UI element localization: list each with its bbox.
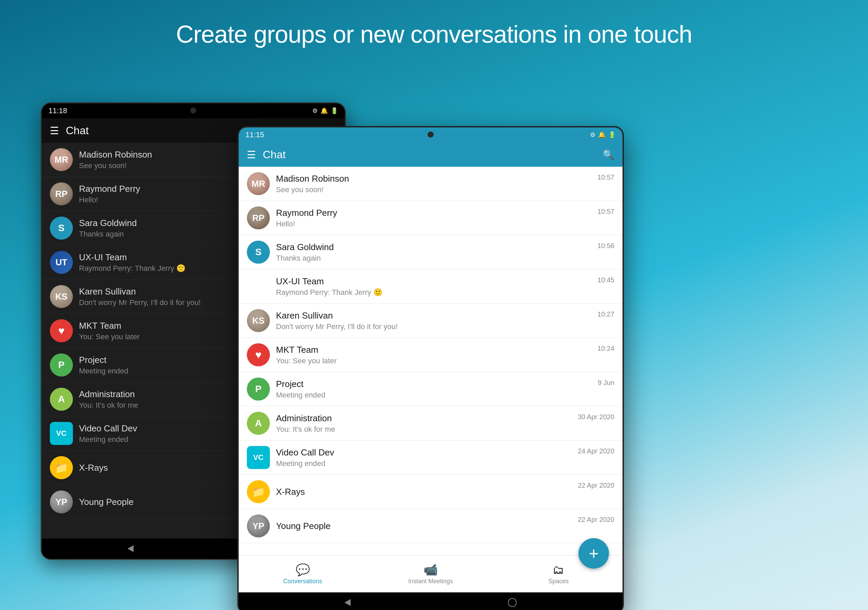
back-button-bg[interactable] bbox=[127, 545, 133, 552]
chat-name: Madison Robinson bbox=[276, 173, 591, 184]
status-time-fg: 11:15 bbox=[245, 130, 264, 139]
settings-icon-fg: ⚙ bbox=[590, 131, 595, 139]
conversations-icon: 💬 bbox=[296, 563, 310, 576]
notification-icon-bg: 🔔 bbox=[321, 107, 328, 115]
chat-item[interactable]: RPRaymond PerryHello!10:57 bbox=[239, 201, 623, 235]
home-bar-fg bbox=[239, 592, 623, 610]
chat-name: Administration bbox=[276, 413, 572, 424]
instant-meetings-icon: 📹 bbox=[423, 563, 438, 576]
fab-button[interactable]: + bbox=[578, 538, 609, 569]
chat-name: Young People bbox=[276, 521, 572, 531]
nav-conversations[interactable]: 💬 Conversations bbox=[239, 563, 367, 585]
tablets-wrapper: 11:18 ⚙ 🔔 🔋 ☰ Chat MRMadison RobinsonSee… bbox=[0, 82, 868, 607]
chat-preview: Meeting ended bbox=[276, 391, 592, 399]
chat-time: 22 Apr 2020 bbox=[578, 481, 614, 489]
chat-list-fg: MRMadison RobinsonSee you soon!10:57RPRa… bbox=[239, 167, 623, 555]
chat-item[interactable]: AAdministrationYou: It's ok for me30 Apr… bbox=[239, 406, 623, 441]
app-header-fg: ☰ Chat 🔍 bbox=[239, 142, 623, 167]
chat-item[interactable]: MRMadison RobinsonSee you soon!10:57 bbox=[239, 167, 623, 201]
home-button-fg[interactable] bbox=[508, 598, 517, 607]
instant-meetings-label: Instant Meetings bbox=[408, 578, 453, 585]
status-time-bg: 11:18 bbox=[48, 107, 67, 115]
chat-name: Project bbox=[276, 379, 592, 389]
bottom-nav: 💬 Conversations 📹 Instant Meetings 🗂 Spa… bbox=[239, 555, 623, 592]
chat-preview: See you soon! bbox=[276, 185, 591, 194]
chat-time: 10:27 bbox=[597, 310, 614, 318]
chat-name: Sara Goldwind bbox=[276, 242, 591, 252]
chat-name: UX-UI Team bbox=[276, 276, 591, 287]
nav-spaces[interactable]: 🗂 Spaces bbox=[495, 563, 623, 585]
menu-icon-bg[interactable]: ☰ bbox=[50, 125, 59, 136]
chat-time: 10:24 bbox=[597, 345, 614, 353]
chat-time: 9 Jun bbox=[598, 379, 614, 387]
chat-item[interactable]: PProjectMeeting ended9 Jun bbox=[239, 372, 623, 406]
header-title-fg: Chat bbox=[263, 149, 596, 161]
chat-item[interactable]: ♥MKT TeamYou: See you later10:24 bbox=[239, 338, 623, 372]
chat-name: Video Call Dev bbox=[276, 447, 572, 458]
battery-icon-bg: 🔋 bbox=[330, 107, 338, 115]
chat-time: 10:45 bbox=[597, 276, 614, 284]
search-icon-fg[interactable]: 🔍 bbox=[603, 149, 614, 160]
tablet-foreground: 11:15 ⚙ 🔔 🔋 ☰ Chat 🔍 MRMadison RobinsonS… bbox=[237, 126, 624, 610]
status-icons-bg: ⚙ 🔔 🔋 bbox=[312, 107, 338, 115]
spaces-label: Spaces bbox=[548, 578, 569, 585]
chat-time: 24 Apr 2020 bbox=[578, 447, 614, 455]
spaces-icon: 🗂 bbox=[553, 563, 564, 576]
chat-name: X-Rays bbox=[276, 487, 572, 497]
settings-icon-bg: ⚙ bbox=[312, 107, 318, 115]
chat-item[interactable]: SSara GoldwindThanks again10:56 bbox=[239, 235, 623, 269]
chat-preview: Meeting ended bbox=[276, 459, 572, 468]
chat-name: Raymond Perry bbox=[276, 208, 591, 218]
chat-preview: You: It's ok for me bbox=[276, 425, 572, 434]
chat-time: 10:57 bbox=[597, 208, 614, 215]
chat-item[interactable]: 📁X-Rays22 Apr 2020 bbox=[239, 475, 623, 509]
chat-preview: Raymond Perry: Thank Jerry 🙂 bbox=[276, 288, 591, 297]
camera-notch-fg bbox=[428, 132, 434, 138]
camera-notch-bg bbox=[190, 107, 196, 113]
notification-icon-fg: 🔔 bbox=[598, 131, 606, 139]
chat-preview: Thanks again bbox=[276, 254, 591, 263]
chat-name: MKT Team bbox=[276, 345, 591, 355]
chat-preview: Hello! bbox=[276, 220, 591, 228]
status-icons-fg: ⚙ 🔔 🔋 bbox=[590, 131, 616, 139]
chat-item[interactable]: KSKaren SullivanDon't worry Mr Perry, I'… bbox=[239, 303, 623, 338]
back-button-fg[interactable] bbox=[344, 599, 350, 606]
chat-preview: You: See you later bbox=[276, 356, 591, 365]
chat-preview: Don't worry Mr Perry, I'll do it for you… bbox=[276, 322, 591, 331]
chat-time: 22 Apr 2020 bbox=[578, 516, 614, 523]
battery-icon-fg: 🔋 bbox=[608, 131, 616, 139]
conversations-label: Conversations bbox=[283, 578, 322, 585]
chat-item[interactable]: UTUX-UI TeamRaymond Perry: Thank Jerry 🙂… bbox=[239, 269, 623, 303]
headline: Create groups or new conversations in on… bbox=[0, 0, 868, 48]
chat-name: Karen Sullivan bbox=[276, 310, 591, 321]
nav-instant-meetings[interactable]: 📹 Instant Meetings bbox=[367, 563, 494, 585]
menu-icon-fg[interactable]: ☰ bbox=[247, 149, 256, 161]
chat-item[interactable]: VCVideo Call DevMeeting ended24 Apr 2020 bbox=[239, 441, 623, 475]
chat-time: 10:56 bbox=[597, 242, 614, 250]
chat-time: 30 Apr 2020 bbox=[578, 413, 614, 421]
chat-time: 10:57 bbox=[597, 173, 614, 181]
chat-item[interactable]: YPYoung People22 Apr 2020 bbox=[239, 509, 623, 543]
